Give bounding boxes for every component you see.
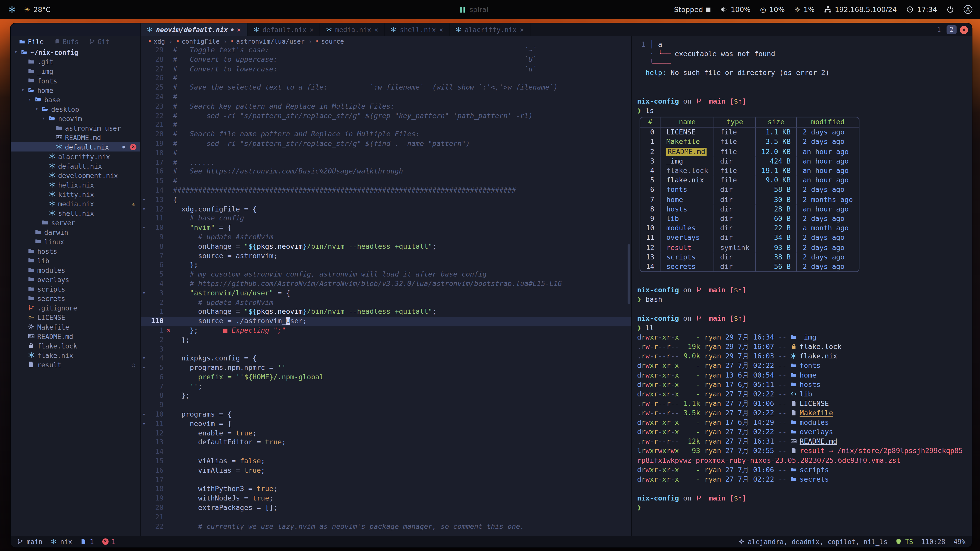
code-line[interactable]: 19 withNodeJs = true; <box>141 494 631 504</box>
code-line[interactable]: 16# See https://astronvim.com/Basic%20Us… <box>141 168 631 177</box>
code-line[interactable]: 18 withPython3 = true; <box>141 485 631 494</box>
fold-icon[interactable]: ▾ <box>141 195 147 205</box>
tree-item-kitty.nix[interactable]: kitty.nix <box>11 189 140 199</box>
buffer-tab-neovim/default.nix[interactable]: neovim/default.nix●× <box>141 24 247 36</box>
code-line[interactable]: 7 ''; <box>141 383 631 392</box>
tree-item-alacritty.nix[interactable]: alacritty.nix <box>11 151 140 161</box>
code-line[interactable]: ▾4 nixpkgs.config = { <box>141 354 631 364</box>
tree-item-README.md[interactable]: README.md <box>11 331 140 341</box>
tree-item-default.nix[interactable]: default.nix●× <box>11 142 140 151</box>
code-line[interactable]: 11 # base config <box>141 214 631 224</box>
tree-item-result[interactable]: result◌ <box>11 360 140 369</box>
code-line[interactable]: 25# Save the selected text to a file: `:… <box>141 83 631 93</box>
player-widget[interactable]: spiral <box>461 5 488 14</box>
code-line[interactable]: 2 # update AstroNvim <box>141 298 631 308</box>
tree-item-modules[interactable]: modules <box>11 265 140 275</box>
fold-icon[interactable]: ▾ <box>141 364 147 373</box>
code-area[interactable]: 29# Toggle text's case: `~`28# Convert t… <box>141 46 631 536</box>
code-line[interactable]: 7 source = astronvim; <box>141 251 631 261</box>
tree-item-.git[interactable]: .git <box>11 57 140 66</box>
code-line[interactable]: 1⊗ }; ■ Expecting ";" <box>141 326 631 336</box>
tree-item-media.nix[interactable]: media.nix⚠ <box>11 199 140 208</box>
close-buffer-icon[interactable]: × <box>374 26 379 33</box>
code-line[interactable]: ▾10 "nvim" = { <box>141 224 631 233</box>
breadcrumb-item[interactable]: ▪source <box>316 38 344 44</box>
tree-item-desktop[interactable]: ▾desktop <box>11 104 140 114</box>
code-line[interactable]: 18# <box>141 149 631 158</box>
code-line[interactable]: ▾11 neovim = { <box>141 420 631 429</box>
code-line[interactable]: 24# <box>141 93 631 102</box>
code-line[interactable]: 21# <box>141 121 631 130</box>
tree-item-overlays[interactable]: overlays <box>11 275 140 284</box>
tree-item-lib[interactable]: lib <box>11 256 140 265</box>
tree-item-helix.nix[interactable]: helix.nix <box>11 180 140 189</box>
tree-item-neovim[interactable]: ▾neovim <box>11 114 140 123</box>
buffer-tab-alacritty.nix[interactable]: alacritty.nix× <box>449 24 530 36</box>
power-icon[interactable] <box>947 6 954 13</box>
code-line[interactable]: 20# Search file name pattern and Replace… <box>141 130 631 140</box>
tree-item-default.nix[interactable]: default.nix <box>11 161 140 170</box>
fold-icon[interactable]: ▾ <box>141 224 147 233</box>
code-line[interactable]: 26# <box>141 74 631 83</box>
code-line[interactable]: 2 }; <box>141 336 631 345</box>
fold-icon[interactable]: ▾ <box>141 289 147 299</box>
fold-icon[interactable]: ▾ <box>141 205 147 214</box>
tree-item-home[interactable]: ▾home <box>11 85 140 95</box>
tree-item-Makefile[interactable]: Makefile <box>11 322 140 331</box>
code-line[interactable]: 3 <box>141 345 631 354</box>
explorer-tab-bufs[interactable]: Bufs <box>49 38 83 45</box>
close-icon[interactable]: × <box>960 25 968 34</box>
terminal-pane[interactable]: 1 │ a · ╰── executable was not found ╰──… <box>631 36 972 536</box>
tree-item-flake.lock[interactable]: flake.lock <box>11 341 140 350</box>
buffer-tab-default.nix[interactable]: default.nix× <box>247 24 320 36</box>
code-line[interactable]: 9 # update AstroNvim <box>141 233 631 242</box>
code-line[interactable]: 8 onChange = "${pkgs.neovim}/bin/nvim --… <box>141 242 631 251</box>
network-indicator[interactable]: 192.168.5.100/24 <box>824 5 897 14</box>
explorer-tab-git[interactable]: Git <box>84 38 114 45</box>
diagnostics-info[interactable]: 1 <box>80 538 94 545</box>
code-line[interactable]: 17 <box>141 476 631 485</box>
code-line[interactable]: 22 # currently we use lazy.nvim as neovi… <box>141 522 631 532</box>
tree-item-flake.nix[interactable]: flake.nix <box>11 350 140 360</box>
code-line[interactable]: 16 vimAlias = true; <box>141 466 631 476</box>
tree-item-_img[interactable]: _img <box>11 66 140 76</box>
code-line[interactable]: 15# <box>141 177 631 186</box>
code-line[interactable]: 28# Convert to uppercase: `U` <box>141 56 631 65</box>
close-buffer-icon[interactable]: × <box>439 26 443 33</box>
code-line[interactable]: 1 onChange = "${pkgs.neovim}/bin/nvim --… <box>141 308 631 317</box>
tree-item-scripts[interactable]: scripts <box>11 284 140 293</box>
tree-item-fonts[interactable]: fonts <box>11 76 140 85</box>
code-line[interactable]: 19# sed -ri "s/pattern_str/replace_str/g… <box>141 140 631 149</box>
breadcrumb-item[interactable]: ▪xdg <box>148 38 165 44</box>
brightness-indicator[interactable]: ☼1% <box>794 5 815 14</box>
fold-icon[interactable]: ▾ <box>141 410 147 420</box>
code-line[interactable]: 14 <box>141 448 631 457</box>
code-line[interactable]: 20 extraPackages = []; <box>141 504 631 513</box>
tree-item-astronvim_user[interactable]: astronvim_user <box>11 123 140 132</box>
nixos-logo-icon[interactable] <box>8 5 17 14</box>
code-line[interactable]: 27# Convert to lowercase: `u` <box>141 65 631 74</box>
buffer-tab-media.nix[interactable]: media.nix× <box>320 24 385 36</box>
code-line[interactable]: 110 source = ./astronvim_user; <box>141 317 631 326</box>
tree-item-shell.nix[interactable]: shell.nix <box>11 208 140 218</box>
code-line[interactable]: 6 }; <box>141 261 631 270</box>
tree-item-LICENSE[interactable]: LICENSE <box>11 313 140 322</box>
code-line[interactable]: 21 <box>141 513 631 522</box>
explorer-tab-file[interactable]: File <box>14 38 48 45</box>
close-buffer-icon[interactable]: × <box>520 26 524 33</box>
fold-icon[interactable]: ▾ <box>141 420 147 429</box>
breadcrumb-item[interactable]: ▪astronvim/lua/user <box>231 38 304 44</box>
code-line[interactable]: 14######################################… <box>141 186 631 196</box>
breadcrumb-item[interactable]: ▪configFile <box>177 38 220 44</box>
code-line[interactable]: 22# sed -ri "s/pattern_str/replace_str/g… <box>141 111 631 121</box>
close-buffer-icon[interactable]: × <box>310 26 313 33</box>
code-line[interactable]: 17# ...... <box>141 158 631 168</box>
code-line[interactable]: 29# Toggle text's case: `~` <box>141 46 631 56</box>
tree-item-~/nix-config[interactable]: ▾~/nix-config <box>11 48 140 57</box>
tree-item-hosts[interactable]: hosts <box>11 246 140 256</box>
git-branch-indicator[interactable]: main <box>17 538 43 545</box>
scrollbar-thumb[interactable] <box>628 245 630 304</box>
tabpage-2[interactable]: 2 <box>947 25 957 34</box>
tree-item-base[interactable]: ▾base <box>11 95 140 104</box>
code-line[interactable]: ▾5 programs.npm.npmrc = '' <box>141 364 631 373</box>
